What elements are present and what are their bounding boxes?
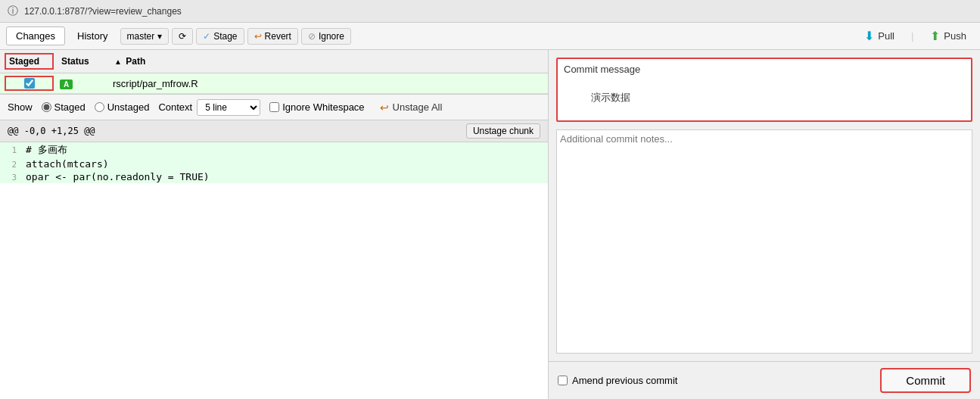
commit-message-area: Commit message 演示数据 — [549, 50, 980, 361]
staged-radio[interactable] — [42, 102, 51, 112]
left-panel: Staged Status ▲ Path A rscri — [0, 50, 549, 399]
show-label: Show — [8, 101, 33, 113]
info-icon: ⓘ — [8, 5, 18, 18]
right-panel: Commit message 演示数据 Amend previous commi… — [549, 50, 980, 399]
status-cell: A — [54, 76, 107, 91]
toolbar: Changes History master ▾ ⟳ ✓ Stage ↩ Rev… — [0, 23, 980, 50]
status-badge: A — [60, 79, 73, 89]
amend-previous-commit-label[interactable]: Amend previous commit — [558, 375, 677, 386]
unstaged-radio-label[interactable]: Unstaged — [95, 101, 150, 113]
unstaged-radio[interactable] — [95, 102, 104, 112]
stage-icon: ✓ — [203, 31, 210, 42]
ignore-button[interactable]: ⊘ Ignore — [301, 28, 351, 45]
diff-line: 2 attach(mtcars) — [0, 157, 548, 170]
commit-bottom-bar: Amend previous commit Commit — [549, 361, 980, 399]
staged-radio-label[interactable]: Staged — [42, 101, 86, 113]
sort-arrow-icon: ▲ — [114, 58, 122, 66]
context-select: Context 5 line 3 line 10 line — [158, 99, 260, 116]
diff-content: @@ -0,0 +1,25 @@ Unstage chunk 1 # 多画布 2… — [0, 120, 548, 183]
unstage-all-button[interactable]: ↩ Unstage All — [374, 100, 449, 115]
staged-checkbox-input[interactable] — [24, 78, 35, 89]
tab-history[interactable]: History — [68, 27, 117, 45]
show-bar: Show Staged Unstaged Context 5 line 3 li… — [0, 95, 548, 120]
table-row[interactable]: A rscript/par_mfrow.R — [0, 73, 548, 94]
stage-button[interactable]: ✓ Stage — [196, 28, 244, 45]
tab-changes[interactable]: Changes — [6, 26, 65, 45]
diff-chunk-label: @@ -0,0 +1,25 @@ — [8, 126, 95, 136]
chevron-down-icon: ▾ — [157, 31, 162, 42]
diff-lines: 1 # 多画布 2 attach(mtcars) 3 opar <- par(n… — [0, 142, 548, 183]
push-icon: ⬆ — [930, 29, 940, 43]
commit-message-label: Commit message — [564, 64, 965, 75]
push-button[interactable]: ⬆ Push — [922, 26, 974, 45]
pull-push-area: ⬇ Pull | ⬆ Push — [857, 26, 974, 45]
staged-column-header: Staged — [5, 53, 54, 70]
file-table: Staged Status ▲ Path A rscri — [0, 50, 548, 95]
ignore-whitespace-checkbox[interactable] — [269, 102, 279, 112]
staged-checkbox-cell[interactable] — [5, 76, 54, 91]
revert-icon: ↩ — [254, 31, 262, 42]
branch-selector[interactable]: master ▾ — [120, 28, 170, 45]
diff-line: 3 opar <- par(no.readonly = TRUE) — [0, 170, 548, 183]
diff-area: Show Staged Unstaged Context 5 line 3 li… — [0, 95, 548, 399]
table-header: Staged Status ▲ Path — [0, 50, 548, 73]
refresh-icon: ⟳ — [179, 31, 186, 42]
url-text: 127.0.0.1:8787/?view=review_changes — [24, 6, 182, 17]
path-column-header: ▲ Path — [108, 55, 543, 68]
unstage-icon: ↩ — [380, 101, 389, 114]
status-column-header: Status — [55, 55, 108, 68]
revert-button[interactable]: ↩ Revert — [247, 28, 298, 45]
ignore-icon: ⊘ — [308, 31, 316, 42]
commit-message-text: 演示数据 — [564, 79, 965, 116]
ignore-whitespace-label[interactable]: Ignore Whitespace — [269, 101, 364, 113]
commit-message-textarea[interactable] — [556, 129, 972, 354]
pull-button[interactable]: ⬇ Pull — [857, 26, 902, 45]
diff-line: 1 # 多画布 — [0, 142, 548, 157]
main-content: Staged Status ▲ Path A rscri — [0, 50, 980, 399]
context-dropdown[interactable]: 5 line 3 line 10 line — [197, 99, 260, 116]
unstage-chunk-button[interactable]: Unstage chunk — [466, 123, 540, 139]
commit-message-box-container: Commit message 演示数据 — [556, 58, 972, 122]
branch-name: master — [127, 31, 155, 42]
amend-checkbox[interactable] — [558, 376, 568, 385]
address-bar: ⓘ 127.0.0.1:8787/?view=review_changes — [0, 0, 980, 23]
commit-button[interactable]: Commit — [880, 368, 971, 393]
pull-icon: ⬇ — [864, 29, 874, 43]
path-cell: rscript/par_mfrow.R — [107, 76, 543, 91]
refresh-button[interactable]: ⟳ — [172, 28, 193, 45]
diff-chunk-header: @@ -0,0 +1,25 @@ Unstage chunk — [0, 120, 548, 142]
